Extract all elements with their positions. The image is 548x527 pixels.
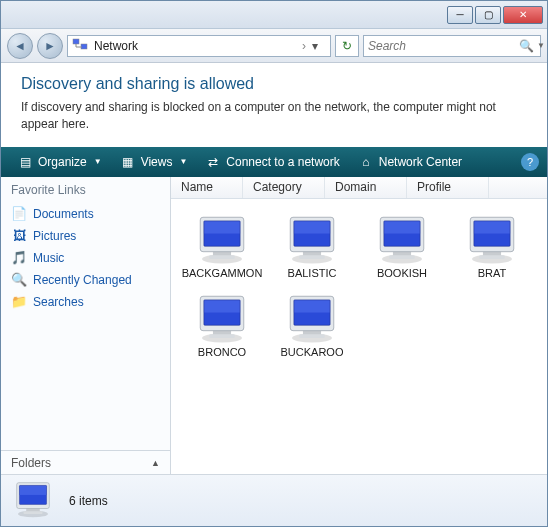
network-icon bbox=[72, 38, 88, 54]
connect-icon: ⇄ bbox=[205, 154, 221, 170]
search-box[interactable]: 🔍 ▼ bbox=[363, 35, 541, 57]
sidebar-item-searches[interactable]: 📁Searches bbox=[1, 291, 170, 313]
item-label: BOOKISH bbox=[377, 267, 427, 280]
item-label: BRAT bbox=[478, 267, 507, 280]
sidebar-item-label: Searches bbox=[33, 295, 84, 309]
network-details-icon bbox=[11, 480, 55, 521]
favorite-links-list: 📄Documents 🖼Pictures 🎵Music 🔍Recently Ch… bbox=[1, 201, 170, 450]
computer-icon bbox=[283, 213, 341, 265]
network-computer-item[interactable]: BRONCO bbox=[177, 288, 267, 363]
network-computer-item[interactable]: BRAT bbox=[447, 209, 537, 284]
maximize-button[interactable]: ▢ bbox=[475, 6, 501, 24]
item-label: BALISTIC bbox=[288, 267, 337, 280]
icon-view: BACKGAMMON BALISTIC BOOKISH BRAT BRONCO … bbox=[171, 199, 547, 474]
music-icon: 🎵 bbox=[11, 250, 27, 266]
address-text: Network bbox=[94, 39, 296, 53]
network-computer-item[interactable]: BACKGAMMON bbox=[177, 209, 267, 284]
column-label: Category bbox=[253, 180, 302, 194]
folders-label: Folders bbox=[11, 456, 51, 470]
help-button[interactable]: ? bbox=[521, 153, 539, 171]
pictures-icon: 🖼 bbox=[11, 228, 27, 244]
folder-icon: 📁 bbox=[11, 294, 27, 310]
computer-icon bbox=[193, 213, 251, 265]
sidebar-item-pictures[interactable]: 🖼Pictures bbox=[1, 225, 170, 247]
back-button[interactable]: ◄ bbox=[7, 33, 33, 59]
sidebar-item-music[interactable]: 🎵Music bbox=[1, 247, 170, 269]
content-pane: Name Category Domain Profile BACKGAMMON … bbox=[171, 177, 547, 474]
sidebar-item-label: Pictures bbox=[33, 229, 76, 243]
views-menu[interactable]: ▦ Views ▼ bbox=[112, 151, 196, 173]
command-bar: ▤ Organize ▼ ▦ Views ▼ ⇄ Connect to a ne… bbox=[1, 147, 547, 177]
documents-icon: 📄 bbox=[11, 206, 27, 222]
column-name[interactable]: Name bbox=[171, 177, 243, 198]
chevron-down-icon: ▼ bbox=[94, 157, 102, 166]
address-dropdown-icon[interactable]: ▾ bbox=[312, 39, 326, 53]
column-domain[interactable]: Domain bbox=[325, 177, 407, 198]
column-label: Domain bbox=[335, 180, 376, 194]
column-headers: Name Category Domain Profile bbox=[171, 177, 547, 199]
details-pane: 6 items bbox=[1, 474, 547, 526]
sidebar-item-label: Documents bbox=[33, 207, 94, 221]
sidebar-item-documents[interactable]: 📄Documents bbox=[1, 203, 170, 225]
info-body: If discovery and sharing is blocked on a… bbox=[21, 99, 527, 133]
column-profile[interactable]: Profile bbox=[407, 177, 489, 198]
nav-toolbar: ◄ ► Network › ▾ ↻ 🔍 ▼ bbox=[1, 29, 547, 63]
search-input[interactable] bbox=[368, 39, 519, 53]
network-computer-item[interactable]: BOOKISH bbox=[357, 209, 447, 284]
views-icon: ▦ bbox=[120, 154, 136, 170]
address-bar[interactable]: Network › ▾ bbox=[67, 35, 331, 57]
network-center-button[interactable]: ⌂ Network Center bbox=[350, 151, 470, 173]
item-label: BUCKAROO bbox=[281, 346, 344, 359]
organize-icon: ▤ bbox=[17, 154, 33, 170]
refresh-button[interactable]: ↻ bbox=[335, 35, 359, 57]
titlebar: ─ ▢ ✕ bbox=[1, 1, 547, 29]
computer-icon bbox=[373, 213, 431, 265]
column-label: Profile bbox=[417, 180, 451, 194]
search-icon[interactable]: 🔍 bbox=[519, 39, 534, 53]
item-label: BRONCO bbox=[198, 346, 246, 359]
connect-label: Connect to a network bbox=[226, 155, 339, 169]
search-folder-icon: 🔍 bbox=[11, 272, 27, 288]
item-count-label: 6 items bbox=[69, 494, 108, 508]
chevron-down-icon: ▼ bbox=[179, 157, 187, 166]
favorite-links-heading: Favorite Links bbox=[1, 177, 170, 201]
explorer-body: Favorite Links 📄Documents 🖼Pictures 🎵Mus… bbox=[1, 177, 547, 474]
computer-icon bbox=[283, 292, 341, 344]
sidebar: Favorite Links 📄Documents 🖼Pictures 🎵Mus… bbox=[1, 177, 171, 474]
network-computer-item[interactable]: BUCKAROO bbox=[267, 288, 357, 363]
folders-pane-toggle[interactable]: Folders ▲ bbox=[1, 450, 170, 474]
views-label: Views bbox=[141, 155, 173, 169]
column-category[interactable]: Category bbox=[243, 177, 325, 198]
info-pane: Discovery and sharing is allowed If disc… bbox=[1, 63, 547, 147]
sidebar-item-recently-changed[interactable]: 🔍Recently Changed bbox=[1, 269, 170, 291]
close-button[interactable]: ✕ bbox=[503, 6, 543, 24]
sidebar-item-label: Music bbox=[33, 251, 64, 265]
organize-label: Organize bbox=[38, 155, 87, 169]
item-label: BACKGAMMON bbox=[182, 267, 263, 280]
connect-network-button[interactable]: ⇄ Connect to a network bbox=[197, 151, 347, 173]
breadcrumb-sep-icon: › bbox=[302, 39, 306, 53]
forward-button[interactable]: ► bbox=[37, 33, 63, 59]
column-label: Name bbox=[181, 180, 213, 194]
network-computer-item[interactable]: BALISTIC bbox=[267, 209, 357, 284]
search-dropdown-icon[interactable]: ▼ bbox=[537, 41, 545, 50]
minimize-button[interactable]: ─ bbox=[447, 6, 473, 24]
network-center-icon: ⌂ bbox=[358, 154, 374, 170]
organize-menu[interactable]: ▤ Organize ▼ bbox=[9, 151, 110, 173]
network-center-label: Network Center bbox=[379, 155, 462, 169]
computer-icon bbox=[193, 292, 251, 344]
chevron-up-icon: ▲ bbox=[151, 458, 160, 468]
computer-icon bbox=[463, 213, 521, 265]
info-heading: Discovery and sharing is allowed bbox=[21, 75, 527, 93]
explorer-window: ─ ▢ ✕ ◄ ► Network › ▾ ↻ 🔍 ▼ Discovery an… bbox=[0, 0, 548, 527]
sidebar-item-label: Recently Changed bbox=[33, 273, 132, 287]
